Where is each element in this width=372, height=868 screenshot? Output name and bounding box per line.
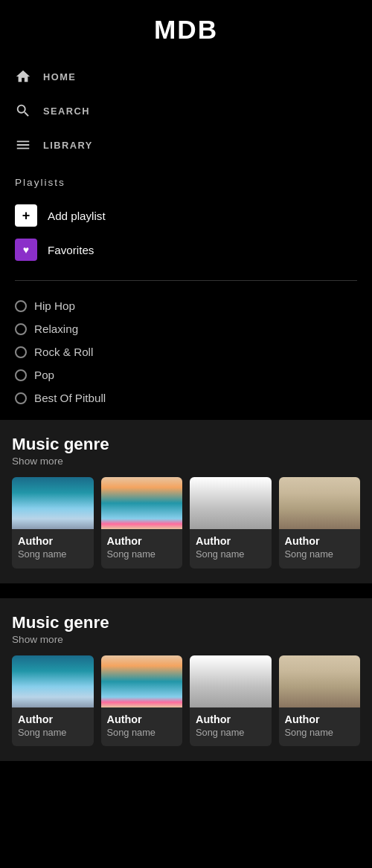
- card-body-2-3: Author Song name: [190, 707, 272, 739]
- music-card-2-1[interactable]: Author Song name: [12, 655, 94, 747]
- genre-label-rock: Rock & Roll: [34, 346, 93, 358]
- favorites-icon: ♥: [15, 239, 37, 261]
- music-genre-section-2: Music genre Show more Author Song name A…: [0, 598, 372, 762]
- nav-library[interactable]: LIBRARY: [15, 128, 357, 162]
- card-image-2-2: [101, 655, 183, 707]
- nav-home-label: HOME: [43, 71, 76, 82]
- music-card-1-4[interactable]: Author Song name: [279, 477, 361, 569]
- card-body-1-2: Author Song name: [101, 529, 183, 561]
- add-playlist-item[interactable]: + Add playlist: [15, 198, 357, 233]
- genre-item-relaxing[interactable]: Relaxing: [15, 317, 357, 340]
- genre-header-1: Music genre Show more: [12, 435, 360, 467]
- genre-header-2: Music genre Show more: [12, 613, 360, 645]
- card-author-1-1: Author: [18, 535, 88, 547]
- genre-item-rock[interactable]: Rock & Roll: [15, 340, 357, 363]
- nav-home[interactable]: HOME: [15, 59, 357, 94]
- show-more-1[interactable]: Show more: [12, 456, 360, 467]
- card-author-1-3: Author: [196, 535, 266, 547]
- genre-bullet-rock: [15, 346, 27, 358]
- music-card-1-3[interactable]: Author Song name: [190, 477, 272, 569]
- nav-library-label: LIBRARY: [43, 140, 93, 151]
- main-nav: HOME SEARCH LIBRARY: [0, 52, 372, 169]
- card-author-2-2: Author: [107, 713, 177, 725]
- card-author-1-2: Author: [107, 535, 177, 547]
- genre-label-pitbull: Best Of Pitbull: [34, 392, 106, 404]
- card-author-2-4: Author: [285, 713, 355, 725]
- card-author-1-4: Author: [285, 535, 355, 547]
- music-card-2-3[interactable]: Author Song name: [190, 655, 272, 747]
- cards-grid-1: Author Song name Author Song name Author…: [12, 477, 360, 576]
- card-song-2-1: Song name: [18, 727, 88, 739]
- playlists-section: Playlists + Add playlist ♥ Favorites: [0, 169, 372, 274]
- nav-search-label: SEARCH: [43, 106, 90, 117]
- genre-label-pop: Pop: [34, 369, 54, 381]
- genre-bullet-pop: [15, 369, 27, 381]
- card-image-2-1: [12, 655, 94, 707]
- show-more-2[interactable]: Show more: [12, 634, 360, 645]
- add-playlist-label: Add playlist: [48, 210, 106, 222]
- genre-bullet-pitbull: [15, 392, 27, 404]
- library-icon: [15, 137, 31, 153]
- music-card-2-4[interactable]: Author Song name: [279, 655, 361, 747]
- card-body-2-4: Author Song name: [279, 707, 361, 739]
- card-song-2-3: Song name: [196, 727, 266, 739]
- card-author-2-3: Author: [196, 713, 266, 725]
- favorites-item[interactable]: ♥ Favorites: [15, 233, 357, 267]
- nav-search[interactable]: SEARCH: [15, 94, 357, 128]
- genre-label-relaxing: Relaxing: [34, 323, 78, 335]
- card-image-2-4: [279, 655, 361, 707]
- card-author-2-1: Author: [18, 713, 88, 725]
- playlists-heading: Playlists: [15, 177, 357, 188]
- genre-title-2: Music genre: [12, 613, 360, 632]
- card-image-1-3: [190, 477, 272, 529]
- card-song-2-4: Song name: [285, 727, 355, 739]
- card-song-1-1: Song name: [18, 548, 88, 561]
- card-body-1-1: Author Song name: [12, 529, 94, 561]
- card-body-1-3: Author Song name: [190, 529, 272, 561]
- card-body-2-2: Author Song name: [101, 707, 183, 739]
- genre-bullet-relaxing: [15, 323, 27, 335]
- card-image-1-4: [279, 477, 361, 529]
- music-card-2-2[interactable]: Author Song name: [101, 655, 183, 747]
- music-card-1-2[interactable]: Author Song name: [101, 477, 183, 569]
- genre-label-hiphop: Hip Hop: [34, 299, 75, 312]
- genre-item-hiphop[interactable]: Hip Hop: [15, 294, 357, 317]
- app-title: MDB: [154, 15, 218, 44]
- card-image-1-2: [101, 477, 183, 529]
- favorites-label: Favorites: [48, 244, 94, 256]
- genre-bullet-hiphop: [15, 300, 27, 312]
- cards-grid-2: Author Song name Author Song name Author…: [12, 655, 360, 754]
- genre-item-pop[interactable]: Pop: [15, 363, 357, 386]
- divider: [15, 280, 357, 281]
- card-song-1-3: Song name: [196, 548, 266, 561]
- home-icon: [15, 68, 31, 85]
- app-header: MDB: [0, 0, 372, 52]
- card-body-1-4: Author Song name: [279, 529, 361, 561]
- music-card-1-1[interactable]: Author Song name: [12, 477, 94, 569]
- music-genre-section-1: Music genre Show more Author Song name A…: [0, 420, 372, 583]
- add-playlist-icon: +: [15, 204, 37, 227]
- genre-item-pitbull[interactable]: Best Of Pitbull: [15, 386, 357, 409]
- search-icon: [15, 103, 31, 119]
- genre-list: Hip Hop Relaxing Rock & Roll Pop Best Of…: [0, 287, 372, 417]
- card-song-1-2: Song name: [107, 548, 177, 561]
- card-image-2-3: [190, 655, 272, 707]
- card-image-1-1: [12, 477, 94, 529]
- card-song-2-2: Song name: [107, 727, 177, 739]
- card-body-2-1: Author Song name: [12, 707, 94, 739]
- genre-title-1: Music genre: [12, 435, 360, 454]
- card-song-1-4: Song name: [285, 548, 355, 561]
